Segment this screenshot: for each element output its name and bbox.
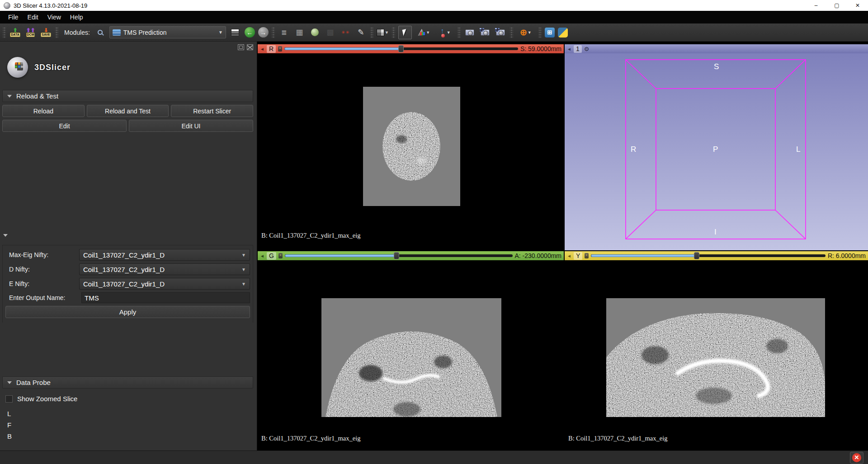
green-viewport[interactable]: B: Coil1_137027_C2_ydir1_max_eig xyxy=(258,260,564,451)
toolbar-separator xyxy=(538,27,542,38)
annotations-icon[interactable]: ✳✳ xyxy=(340,26,352,39)
slider-handle[interactable] xyxy=(398,45,404,52)
edit-button[interactable]: Edit xyxy=(2,120,127,132)
orientation-label-posterior: P xyxy=(713,145,718,154)
red-slice-slider[interactable] xyxy=(284,45,518,52)
chevron-down-icon: ▼ xyxy=(447,30,451,35)
red-view-label: R xyxy=(267,45,276,53)
toolbar-grip[interactable] xyxy=(55,27,58,38)
probe-row-f: F xyxy=(7,421,12,432)
markups-pen-icon[interactable]: ✎ xyxy=(355,26,367,39)
pushpin-icon[interactable] xyxy=(585,253,589,258)
yellow-viewport[interactable]: B: Coil1_137027_C2_ydir1_max_eig xyxy=(565,260,868,451)
d-nifty-combo[interactable]: Coil1_137027_C2_ydir1_D ▼ xyxy=(79,263,250,275)
pushpin-icon[interactable] xyxy=(278,46,282,52)
green-slice-slider[interactable] xyxy=(285,252,513,259)
max-eig-nifty-combo[interactable]: Coil1_137027_C2_ydir1_D ▼ xyxy=(79,249,250,261)
module-search-icon[interactable] xyxy=(94,26,106,39)
layout-selector[interactable]: ▼ xyxy=(377,26,389,39)
screenshot-button[interactable] xyxy=(464,26,476,39)
forward-arrow-button[interactable]: → xyxy=(258,27,269,37)
crosshatch-icon[interactable]: ▩ xyxy=(324,26,336,39)
slider-handle[interactable] xyxy=(694,252,699,259)
chevron-down-icon: ▼ xyxy=(385,30,389,35)
back-arrow-button[interactable]: ← xyxy=(245,27,255,37)
show-zoomed-slice-checkbox[interactable] xyxy=(5,395,13,403)
status-bar: ✕ xyxy=(0,450,868,464)
error-log-button[interactable]: ✕ xyxy=(850,452,863,464)
module-selector[interactable]: TMS Prediction ▼ xyxy=(109,26,226,38)
load-data-icon[interactable]: ⬆ DATA xyxy=(9,26,21,39)
scene-view-restore-button[interactable] xyxy=(495,26,507,39)
subject-hierarchy-icon[interactable]: ≣ xyxy=(278,26,290,39)
slicer-logo-icon xyxy=(7,57,28,78)
window-title: 3D Slicer 4.13.0-2021-08-19 xyxy=(14,2,87,9)
main-toolbar: ⬆ DATA ⬆⬆ DCM ⬇ SAVE Modules: TMS Predic… xyxy=(0,23,868,42)
module-panel: 3DSlicer Reload & Test Reload Reload and… xyxy=(0,42,257,450)
gear-icon[interactable]: ⚙ xyxy=(584,46,590,52)
scene-view-capture-button[interactable] xyxy=(479,26,491,39)
place-fiducial-button[interactable]: ↑ ▼ xyxy=(436,26,454,39)
e-nifty-combo[interactable]: Coil1_137027_C2_ydir1_D ▼ xyxy=(79,278,250,290)
menu-edit[interactable]: Edit xyxy=(23,12,43,23)
dicom-icon[interactable]: ⬆⬆ DCM xyxy=(24,26,37,39)
yellow-slice-slider[interactable] xyxy=(591,252,826,259)
collapse-pin-icon[interactable]: ◄ xyxy=(567,253,571,258)
slider-handle[interactable] xyxy=(394,252,399,259)
output-name-input[interactable]: TMS xyxy=(81,292,250,303)
camera-icon xyxy=(465,29,474,36)
toolbar-grip[interactable] xyxy=(3,27,6,38)
red-slice-controller: ◄ R S: 59.0000mm xyxy=(258,44,564,53)
models-sphere-icon[interactable] xyxy=(309,26,321,39)
collapse-triangle-icon[interactable] xyxy=(3,234,8,237)
reload-test-section-header[interactable]: Reload & Test xyxy=(2,90,253,102)
slicer-logo-text: 3DSlicer xyxy=(34,63,71,72)
menu-help[interactable]: Help xyxy=(66,12,88,23)
toolbar-separator xyxy=(272,27,275,38)
reload-and-test-button[interactable]: Reload and Test xyxy=(87,105,169,117)
maximize-button[interactable]: ▢ xyxy=(826,0,847,11)
mouse-interaction-button[interactable] xyxy=(398,26,412,39)
python-console-icon[interactable] xyxy=(558,28,568,37)
restart-slicer-button[interactable]: Restart Slicer xyxy=(171,105,253,117)
edit-ui-button[interactable]: Edit UI xyxy=(129,120,253,132)
error-icon: ✕ xyxy=(852,453,861,462)
collapse-pin-icon[interactable]: ◄ xyxy=(260,47,264,52)
red-viewport[interactable]: B: Coil1_137027_C2_ydir1_max_eig xyxy=(258,53,564,250)
max-eig-nifty-label: Max-Eig Nifty: xyxy=(9,251,79,258)
window-level-icon xyxy=(418,29,425,36)
red-volume-label: B: Coil1_137027_C2_ydir1_max_eig xyxy=(261,232,361,239)
volume-cube-icon[interactable]: ▦ xyxy=(293,26,306,39)
crosshair-icon: ⊕ xyxy=(520,28,527,37)
layout-views: ◄ R S: 59.0000mm B: Coil1_137027_C xyxy=(258,42,868,450)
crosshair-button[interactable]: ⊕ ▼ xyxy=(516,26,535,39)
window-level-button[interactable]: ▼ xyxy=(415,26,433,39)
panel-close-icon[interactable] xyxy=(247,44,253,50)
show-zoomed-slice-label: Show Zoomed Slice xyxy=(17,395,77,403)
close-button[interactable]: ✕ xyxy=(847,0,868,11)
extensions-manager-icon[interactable]: ⊞ xyxy=(545,28,555,37)
menu-view[interactable]: View xyxy=(43,12,66,23)
collapse-pin-icon[interactable]: ◄ xyxy=(260,253,264,258)
data-probe-section-header[interactable]: Data Probe xyxy=(2,376,253,389)
data-probe-rows: L F B xyxy=(7,410,12,444)
collapse-pin-icon[interactable]: ◄ xyxy=(567,47,571,52)
save-icon[interactable]: ⬇ SAVE xyxy=(40,26,52,39)
red-slice-offset: S: 59.0000mm xyxy=(520,45,561,52)
green-volume-label: B: Coil1_137027_C2_ydir1_max_eig xyxy=(261,435,361,442)
threed-view-badge: 1 xyxy=(574,45,582,53)
menu-file[interactable]: File xyxy=(4,12,23,23)
threed-viewport[interactable]: S R P L I xyxy=(565,53,868,250)
pushpin-icon[interactable] xyxy=(278,253,283,258)
minimize-button[interactable]: – xyxy=(806,0,826,11)
apply-button[interactable]: Apply xyxy=(5,306,250,318)
probe-row-b: B xyxy=(7,432,12,444)
panel-float-icon[interactable] xyxy=(238,44,244,50)
reload-button[interactable]: Reload xyxy=(2,105,85,117)
orientation-label-right: R xyxy=(631,145,636,154)
green-slice-view: ◄ G A: -230.0000mm xyxy=(258,251,564,451)
toolbar-separator xyxy=(370,27,373,38)
collapse-triangle-icon xyxy=(7,95,12,98)
title-bar: 3D Slicer 4.13.0-2021-08-19 – ▢ ✕ xyxy=(0,0,868,11)
module-history-icon[interactable] xyxy=(229,26,241,39)
